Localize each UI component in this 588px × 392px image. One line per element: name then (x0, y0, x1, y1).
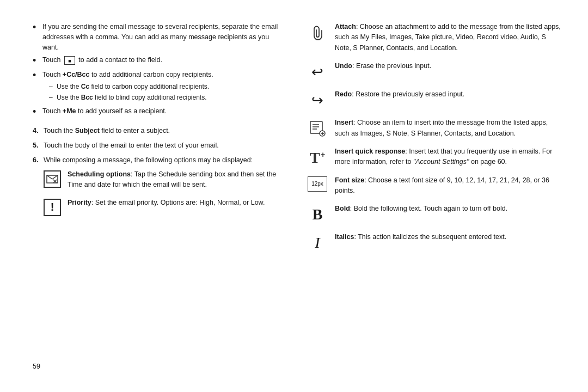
bold-symbol: B (313, 206, 323, 223)
bold-option: B Bold: Bold the following text. Touch a… (308, 204, 561, 224)
bold-bold: Bold (335, 205, 350, 212)
item-text: While composing a message, the following… (44, 155, 286, 166)
insert-text: Insert: Choose an item to insert into th… (335, 118, 561, 139)
exclamation-icon: ! (51, 201, 54, 213)
italic-symbol: I (315, 234, 320, 252)
numbered-item-4: 4. Touch the Subject field to enter a su… (33, 126, 286, 136)
scheduling-option: Scheduling options: Tap the Schedule sen… (33, 169, 286, 190)
redo-icon: ↪ (308, 90, 327, 110)
numbered-item-5: 5. Touch the body of the email to enter … (33, 140, 286, 151)
subject-bold: Subject (75, 127, 100, 134)
scheduling-bold: Scheduling options (68, 170, 131, 178)
scheduling-icon (44, 170, 61, 188)
priority-text: Priority: Set the email priority. Option… (68, 198, 286, 208)
undo-text: Undo: Erase the previous input. (335, 61, 561, 71)
paperclip-svg (311, 25, 324, 40)
redo-bold: Redo (335, 90, 352, 98)
attach-option: Attach: Choose an attachment to add to t… (308, 22, 561, 53)
italics-bold: Italics (335, 233, 354, 241)
t-plus-svg: T + (309, 149, 326, 166)
priority-icon: ! (44, 199, 61, 216)
bullet-text: If you are sending the email message to … (42, 22, 286, 52)
attach-bold: Attach (335, 23, 356, 30)
insert-icon (308, 119, 327, 138)
plus-me-bold: +Me (63, 107, 76, 115)
bullet-dot: • (33, 70, 40, 82)
redo-symbol: ↪ (311, 92, 323, 109)
page-container: • If you are sending the email message t… (0, 0, 588, 392)
list-item: – Use the Cc field to carbon copy additi… (49, 82, 286, 91)
bullet-text: Touch +Cc/Bcc to add additional carbon c… (42, 70, 286, 103)
italics-option: I Italics: This action italicizes the su… (308, 232, 561, 253)
bold-icon: B (308, 205, 327, 224)
attach-icon (308, 23, 327, 42)
insert-quick-text: Insert quick response: Insert text that … (335, 146, 561, 168)
right-column: Attach: Choose an attachment to add to t… (308, 22, 561, 370)
touch-suffix: to add a contact to the field. (78, 56, 162, 64)
insert-svg (309, 120, 326, 137)
svg-text:+: + (321, 150, 325, 159)
insert-option: Insert: Choose an item to insert into th… (308, 118, 561, 139)
sub-list: – Use the Cc field to carbon copy additi… (42, 82, 286, 102)
envelope-x-svg (46, 175, 58, 183)
contact-icon: ■ (64, 56, 75, 65)
bcc-bold: Bcc (81, 94, 93, 101)
bullet-text: Touch ■ to add a contact to the field. (42, 55, 286, 65)
italics-text: Italics: This action italicizes the subs… (335, 232, 561, 242)
bullet-text: Touch +Me to add yourself as a recipient… (42, 106, 286, 117)
undo-symbol: ↩ (311, 64, 323, 81)
svg-line-2 (52, 175, 58, 179)
numbered-item-6: 6. While composing a message, the follow… (33, 155, 286, 166)
list-item: • Touch +Me to add yourself as a recipie… (33, 106, 286, 118)
redo-text: Redo: Restore the previously erased inpu… (335, 89, 561, 100)
list-item: • If you are sending the email message t… (33, 22, 286, 52)
bold-text: Bold: Bold the following text. Touch aga… (335, 204, 561, 214)
svg-text:T: T (310, 149, 320, 166)
font-size-option: 12px Font size: Choose a text font size … (308, 175, 561, 197)
account-settings-italic: "Account Settings" (413, 158, 469, 166)
bullet-dot: • (33, 106, 40, 118)
item-number: 6. (33, 155, 44, 166)
dash: – (49, 94, 53, 101)
item-number: 5. (33, 140, 44, 151)
item-text: Touch the Subject field to enter a subje… (44, 126, 286, 136)
left-column: • If you are sending the email message t… (33, 22, 286, 370)
insert-bold: Insert (335, 119, 353, 126)
list-item: • Touch +Cc/Bcc to add additional carbon… (33, 70, 286, 103)
undo-option: ↩ Undo: Erase the previous input. (308, 61, 561, 82)
font-size-text: Font size: Choose a text font size of 9,… (335, 175, 561, 197)
scheduling-text: Scheduling options: Tap the Schedule sen… (68, 169, 286, 190)
t-plus-icon: T + (308, 148, 327, 167)
item-text: Touch the body of the email to enter the… (44, 140, 286, 151)
redo-option: ↪ Redo: Restore the previously erased in… (308, 89, 561, 110)
cc-bold: Cc (81, 83, 89, 90)
bullet-dot: • (33, 55, 40, 67)
insert-quick-bold: Insert quick response (335, 148, 405, 155)
cc-bcc-bold: +Cc/Bcc (63, 71, 90, 78)
italics-icon: I (308, 233, 327, 253)
page-number: 59 (33, 357, 286, 370)
bullet-dot: • (33, 22, 40, 34)
priority-option: ! Priority: Set the email priority. Opti… (33, 198, 286, 216)
dash: – (49, 83, 53, 90)
list-item: – Use the Bcc field to blind copy additi… (49, 93, 286, 102)
bullet-list: • If you are sending the email message t… (33, 22, 286, 120)
font-size-bold: Font size (335, 176, 364, 184)
touch-label: Touch (42, 56, 63, 64)
attach-text: Attach: Choose an attachment to add to t… (335, 22, 561, 53)
item-number: 4. (33, 126, 44, 136)
svg-line-1 (47, 175, 52, 179)
font-size-icon: 12px (308, 176, 327, 192)
priority-bold: Priority (68, 199, 91, 206)
undo-icon: ↩ (308, 62, 327, 82)
list-item: • Touch ■ to add a contact to the field. (33, 55, 286, 67)
undo-bold: Undo (335, 62, 352, 70)
insert-quick-option: T + Insert quick response: Insert text t… (308, 146, 561, 168)
font-size-label: 12px (311, 181, 323, 187)
